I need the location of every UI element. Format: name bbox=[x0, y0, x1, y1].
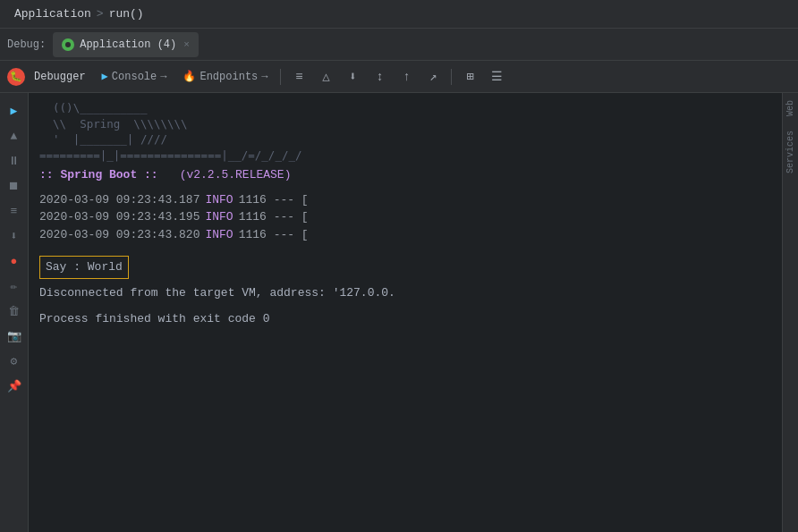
toolbar: 🐛 Debugger ▶ Console → 🔥 Endpoints → ≡ △… bbox=[0, 61, 798, 93]
toolbar-step-over-btn[interactable]: ↕ bbox=[367, 65, 392, 89]
toolbar-grid-btn[interactable]: ⊞ bbox=[457, 65, 482, 89]
log-line-2: 2020-03-09 09:23:43.195 INFO 1116 --- [ bbox=[39, 208, 771, 226]
application-tab[interactable]: Application (4) × bbox=[53, 32, 199, 57]
toolbar-separator-1 bbox=[280, 69, 281, 85]
left-sidebar: ▶ ▲ ⏸ ⏹ ≡ ⬇ ● ✏ 🗑 📷 ⚙ 📌 bbox=[0, 93, 29, 532]
console-area: (()\__________ \\ Spring \\\\\\\\ ' |___… bbox=[29, 93, 782, 532]
sidebar-play-btn[interactable]: ▶ bbox=[4, 100, 25, 122]
sidebar-services-label[interactable]: Services bbox=[784, 123, 797, 181]
breadcrumb: Application > run() bbox=[14, 7, 144, 21]
console-tab[interactable]: ▶ Console → bbox=[95, 65, 174, 89]
toolbar-up-btn[interactable]: △ bbox=[313, 65, 338, 89]
toolbar-down-into-btn[interactable]: ⬇ bbox=[340, 65, 365, 89]
console-icon: ▶ bbox=[102, 70, 108, 83]
sidebar-stack-btn[interactable]: ⬇ bbox=[4, 225, 25, 247]
sidebar-up-btn[interactable]: ▲ bbox=[4, 125, 25, 147]
log-timestamp-2: 2020-03-09 09:23:43.195 bbox=[39, 208, 200, 226]
sidebar-pause-btn[interactable]: ⏸ bbox=[4, 150, 25, 172]
log-level-1: INFO bbox=[205, 191, 233, 209]
tab-bar: Debug: Application (4) × bbox=[0, 29, 798, 61]
say-world-output: Say : World bbox=[39, 256, 129, 279]
breadcrumb-separator: > bbox=[97, 7, 104, 21]
log-line-1: 2020-03-09 09:23:43.187 INFO 1116 --- [ bbox=[39, 191, 771, 209]
spring-boot-info: :: Spring Boot :: (v2.2.5.RELEASE) bbox=[39, 166, 771, 184]
sidebar-camera-btn[interactable]: 📷 bbox=[4, 325, 25, 347]
log-timestamp-3: 2020-03-09 09:23:43.820 bbox=[39, 226, 200, 244]
console-arrow: → bbox=[160, 71, 166, 83]
app-title: Application bbox=[14, 7, 91, 21]
toolbar-run-to-btn[interactable]: ↗ bbox=[420, 65, 446, 89]
endpoints-icon: 🔥 bbox=[183, 70, 196, 83]
sidebar-delete-btn[interactable]: 🗑 bbox=[4, 300, 25, 322]
toolbar-list-btn[interactable]: ☰ bbox=[484, 65, 509, 89]
right-sidebar: Web Services bbox=[782, 93, 798, 532]
toolbar-separator-2 bbox=[451, 69, 452, 85]
disconnect-line: Disconnected from the target VM, address… bbox=[39, 284, 771, 302]
process-finished-line: Process finished with exit code 0 bbox=[39, 310, 771, 328]
spring-boot-label: :: Spring Boot :: bbox=[39, 166, 158, 184]
sidebar-breakpoint-btn[interactable]: ● bbox=[4, 250, 25, 272]
spring-ascii-art: (()\__________ \\ Spring \\\\\\\\ ' |___… bbox=[39, 100, 771, 163]
endpoints-arrow: → bbox=[261, 71, 267, 83]
title-bar: Application > run() bbox=[0, 0, 798, 29]
log-thread-2: 1116 --- [ bbox=[239, 208, 309, 226]
endpoints-tab[interactable]: 🔥 Endpoints → bbox=[175, 65, 275, 89]
sidebar-edit-btn[interactable]: ✏ bbox=[4, 275, 25, 297]
sidebar-settings-btn[interactable]: ⚙ bbox=[4, 350, 25, 372]
spring-version: (v2.2.5.RELEASE) bbox=[180, 166, 292, 184]
main-layout: ▶ ▲ ⏸ ⏹ ≡ ⬇ ● ✏ 🗑 📷 ⚙ 📌 (()\__________ \… bbox=[0, 93, 798, 532]
tab-app-icon bbox=[62, 38, 74, 51]
tab-close-button[interactable]: × bbox=[183, 39, 190, 50]
log-thread-3: 1116 --- [ bbox=[239, 226, 309, 244]
endpoints-label: Endpoints bbox=[200, 71, 258, 83]
toolbar-step-out-btn[interactable]: ↑ bbox=[394, 65, 419, 89]
log-level-3: INFO bbox=[205, 226, 233, 244]
debug-label: Debug: bbox=[7, 38, 46, 51]
log-line-3: 2020-03-09 09:23:43.820 INFO 1116 --- [ bbox=[39, 226, 771, 244]
log-thread-1: 1116 --- [ bbox=[239, 191, 309, 209]
toolbar-align-btn[interactable]: ≡ bbox=[286, 65, 311, 89]
sidebar-indent-btn[interactable]: ≡ bbox=[4, 200, 25, 222]
sidebar-web-label[interactable]: Web bbox=[784, 93, 797, 123]
log-level-2: INFO bbox=[205, 208, 233, 226]
log-timestamp-1: 2020-03-09 09:23:43.187 bbox=[39, 191, 200, 209]
method-title: run() bbox=[109, 7, 144, 21]
tab-label: Application (4) bbox=[80, 38, 176, 51]
console-label: Console bbox=[112, 71, 157, 83]
bug-icon: 🐛 bbox=[7, 68, 25, 86]
say-world-container: Say : World bbox=[39, 250, 771, 281]
sidebar-stop-btn[interactable]: ⏹ bbox=[4, 175, 25, 197]
debugger-label: Debugger bbox=[34, 71, 86, 83]
sidebar-pin-btn[interactable]: 📌 bbox=[4, 376, 25, 397]
debugger-tab[interactable]: Debugger bbox=[27, 65, 93, 89]
